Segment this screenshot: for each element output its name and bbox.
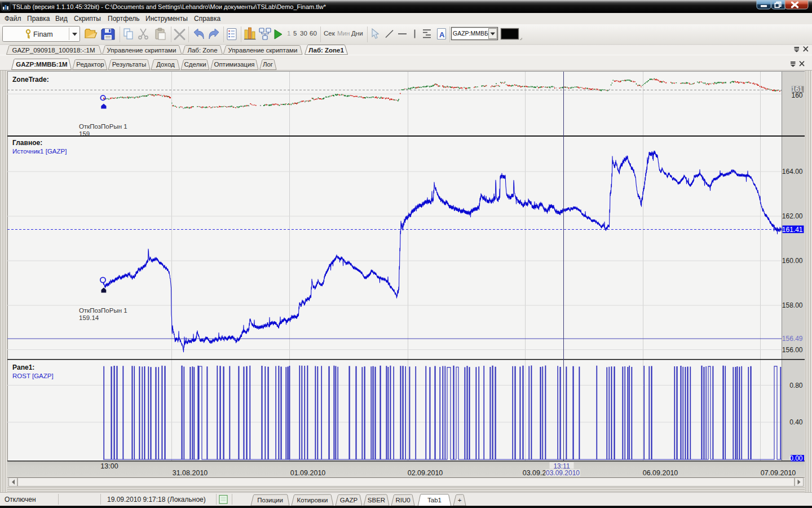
svg-text:162.00: 162.00 [782, 212, 803, 220]
svg-text:Источник1 [GAZP]: Источник1 [GAZP] [12, 148, 67, 155]
svg-text:Главное:: Главное: [12, 139, 42, 147]
svg-text:60: 60 [310, 30, 317, 37]
svg-text:1: 1 [287, 30, 290, 37]
svg-text:5: 5 [293, 30, 297, 37]
svg-text:Pane1:: Pane1: [12, 364, 34, 371]
svg-text:SBER: SBER [368, 497, 385, 503]
svg-text:Finam: Finam [33, 30, 53, 38]
svg-text:ZoneTrade:: ZoneTrade: [12, 76, 49, 84]
svg-text:Файл: Файл [5, 15, 21, 23]
svg-text:Управление скриптами: Управление скриптами [107, 47, 176, 54]
svg-text:Редактор: Редактор [76, 61, 104, 68]
svg-text:TSLab (версия 1.1.10.45:32bit): TSLab (версия 1.1.10.45:32bit) - C:\Docu… [12, 3, 326, 10]
svg-text:13:00: 13:00 [100, 462, 118, 470]
svg-text:ОткПозПоРын 1: ОткПозПоРын 1 [79, 307, 127, 314]
svg-text:Позиции: Позиции [257, 497, 283, 503]
svg-text:Результаты: Результаты [112, 61, 147, 68]
svg-text:160.00: 160.00 [782, 257, 803, 265]
svg-text:Мин: Мин [337, 30, 350, 37]
svg-text:161.41: 161.41 [782, 226, 803, 234]
svg-text:0.80: 0.80 [789, 382, 803, 389]
svg-text:156.49: 156.49 [782, 335, 803, 343]
svg-text:Вид: Вид [55, 15, 68, 23]
svg-text:ОткПозПоРын 1: ОткПозПоРын 1 [79, 123, 127, 130]
svg-text:Управление скриптами: Управление скриптами [228, 47, 298, 54]
svg-text:Сек: Сек [324, 30, 336, 37]
svg-text:159.14: 159.14 [79, 314, 99, 321]
svg-text:GAZP:ММВБ:1M: GAZP:ММВБ:1M [16, 61, 67, 68]
svg-text:Лог: Лог [263, 61, 273, 68]
svg-text:Котировки: Котировки [297, 497, 328, 503]
svg-text:01.09.2010: 01.09.2010 [290, 469, 326, 477]
svg-text:Доход: Доход [156, 61, 175, 68]
svg-text:07.09.2010: 07.09.2010 [761, 469, 796, 477]
svg-text:03.09.2010: 03.09.2010 [546, 469, 580, 477]
svg-text:02.09.2010: 02.09.2010 [408, 469, 443, 477]
svg-text:31.08.2010: 31.08.2010 [173, 469, 208, 477]
svg-text:Справка: Справка [194, 15, 220, 23]
svg-text:A: A [439, 30, 445, 39]
svg-text:RIU0: RIU0 [395, 497, 410, 503]
svg-text:GAZP_090918_100918:-:1M: GAZP_090918_100918:-:1M [12, 47, 95, 54]
svg-text:GAZP: GAZP [340, 497, 358, 503]
svg-text:156.00: 156.00 [782, 346, 803, 354]
svg-text:Лаб: Zone: Лаб: Zone [187, 47, 217, 54]
svg-text:19.09.2010 9:17:18 (Локальное): 19.09.2010 9:17:18 (Локальное) [107, 496, 206, 503]
svg-text:Отключен: Отключен [5, 496, 36, 503]
svg-text:Tab1: Tab1 [427, 497, 442, 503]
svg-text:Инструменты: Инструменты [145, 15, 188, 23]
svg-text:Лаб: Zone1: Лаб: Zone1 [308, 47, 344, 54]
svg-text:Скрипты: Скрипты [74, 15, 101, 23]
svg-text:0.00: 0.00 [789, 454, 803, 462]
svg-text:164.00: 164.00 [782, 168, 803, 176]
svg-text:Правка: Правка [27, 15, 50, 23]
svg-text:Портфель: Портфель [108, 15, 140, 23]
svg-text:Дни: Дни [351, 30, 363, 37]
svg-text:158.00: 158.00 [782, 301, 803, 309]
svg-text:+: + [458, 497, 462, 503]
svg-text:30: 30 [300, 30, 307, 37]
svg-text:ROST [GAZP]: ROST [GAZP] [12, 373, 54, 379]
svg-text:Оптимизация: Оптимизация [214, 61, 254, 68]
svg-text:Сделки: Сделки [184, 61, 206, 68]
svg-text:160: 160 [791, 91, 802, 99]
svg-text:06.09.2010: 06.09.2010 [643, 469, 678, 477]
svg-text:0.40: 0.40 [789, 418, 803, 426]
svg-text:GAZP:ММВБ: GAZP:ММВБ [453, 30, 488, 37]
